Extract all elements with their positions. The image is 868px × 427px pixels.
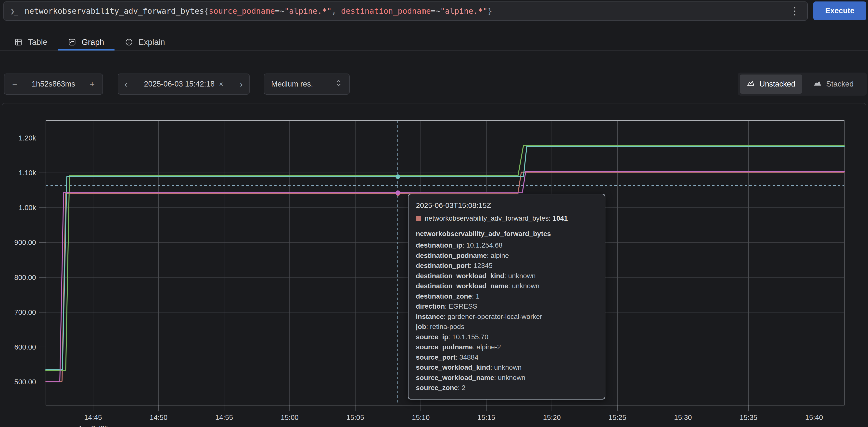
- tooltip-label-row: source_podname: alpine-2: [416, 342, 597, 352]
- tooltip-series-row: networkobservability_adv_forward_bytes: …: [416, 215, 597, 222]
- tooltip-series-value: 1041: [552, 215, 568, 222]
- svg-text:700.00: 700.00: [14, 308, 36, 316]
- svg-text:1.20k: 1.20k: [19, 134, 36, 142]
- svg-text:14:50: 14:50: [150, 414, 168, 421]
- tooltip-label-row: source_workload_name: unknown: [416, 372, 597, 383]
- svg-text:15:25: 15:25: [609, 414, 626, 421]
- svg-text:14:55: 14:55: [215, 414, 233, 421]
- tooltip-label-row: destination_workload_name: unknown: [416, 281, 597, 291]
- tooltip-label-row: source_workload_kind: unknown: [416, 362, 597, 372]
- svg-text:15:10: 15:10: [412, 414, 430, 421]
- tooltip-label-row: instance: gardener-operator-local-worker: [416, 311, 597, 322]
- svg-text:15:40: 15:40: [805, 414, 823, 421]
- tooltip-label-row: job: retina-pods: [416, 322, 597, 332]
- tooltip-timestamp: 2025-06-03T15:08:15Z: [416, 202, 597, 209]
- tooltip-label-row: destination_zone: 1: [416, 291, 597, 301]
- tooltip-label-list: destination_ip: 10.1.254.68destination_p…: [416, 240, 597, 393]
- svg-text:15:20: 15:20: [543, 414, 561, 421]
- prometheus-graph-page: ❯_ networkobservability_adv_forward_byte…: [0, 0, 868, 427]
- svg-text:15:15: 15:15: [477, 414, 495, 421]
- tooltip-series-text: networkobservability_adv_forward_bytes: …: [425, 215, 568, 222]
- tooltip-label-row: destination_ip: 10.1.254.68: [416, 240, 597, 251]
- svg-text:900.00: 900.00: [14, 238, 36, 247]
- tooltip-label-row: source_ip: 10.1.155.70: [416, 332, 597, 342]
- svg-text:15:30: 15:30: [674, 414, 692, 421]
- tooltip-label-row: destination_workload_kind: unknown: [416, 271, 597, 281]
- svg-text:500.00: 500.00: [14, 378, 36, 386]
- series-color-swatch: [416, 216, 421, 221]
- svg-text:15:00: 15:00: [281, 414, 299, 421]
- svg-text:1.10k: 1.10k: [19, 169, 36, 177]
- svg-text:15:05: 15:05: [346, 414, 364, 421]
- svg-text:14:45: 14:45: [84, 414, 102, 421]
- tooltip-label-row: destination_podname: alpine: [416, 251, 597, 261]
- svg-text:1.00k: 1.00k: [19, 204, 36, 211]
- svg-text:600.00: 600.00: [14, 343, 36, 351]
- tooltip-label-row: direction: EGRESS: [416, 301, 597, 311]
- hover-tooltip: 2025-06-03T15:08:15Z networkobservabilit…: [408, 194, 606, 399]
- svg-text:15:35: 15:35: [740, 414, 757, 421]
- tooltip-metric-name: networkobservability_adv_forward_bytes: [416, 229, 597, 239]
- tooltip-label-row: destination_port: 12345: [416, 261, 597, 271]
- tooltip-label-row: source_port: 34884: [416, 352, 597, 363]
- svg-text:Jun 3, '25: Jun 3, '25: [78, 424, 108, 427]
- tooltip-label-row: source_zone: 2: [416, 383, 597, 393]
- svg-text:800.00: 800.00: [14, 273, 36, 282]
